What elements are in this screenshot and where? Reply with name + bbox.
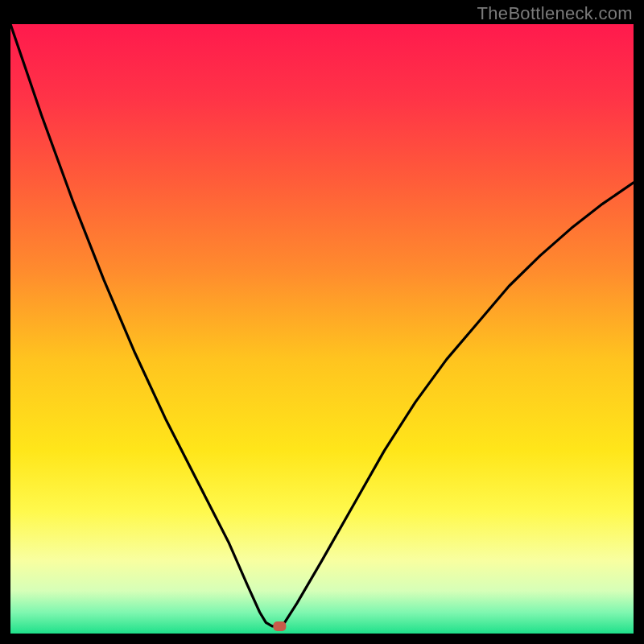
- chart-svg: [10, 24, 634, 634]
- watermark-text: TheBottleneck.com: [477, 3, 633, 24]
- chart-frame: TheBottleneck.com: [0, 0, 644, 644]
- plot-area: [10, 24, 634, 634]
- marker-dot: [273, 621, 286, 631]
- gradient-background: [10, 24, 634, 634]
